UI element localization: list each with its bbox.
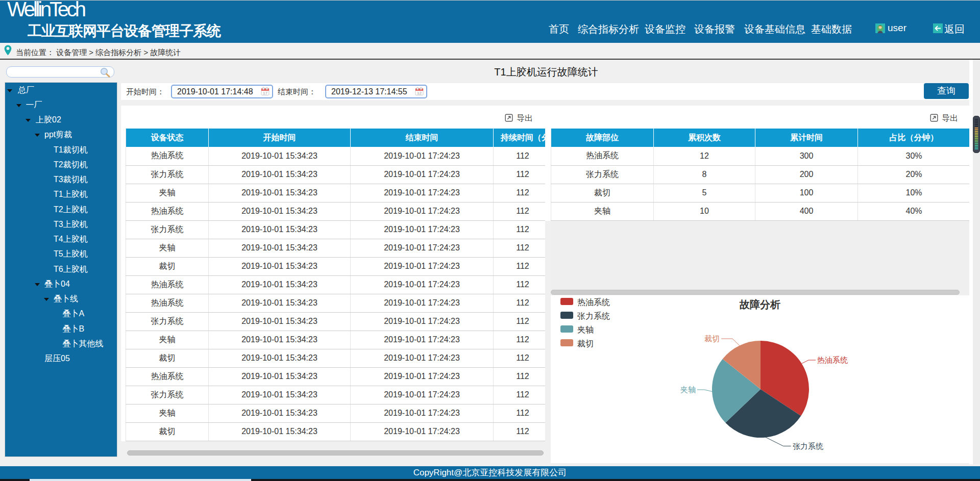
svg-text:12: 12 <box>417 91 422 95</box>
svg-text:张力系统: 张力系统 <box>793 442 823 450</box>
svg-text:17: 17 <box>263 91 267 95</box>
svg-text:热油系统: 热油系统 <box>817 356 848 364</box>
svg-text:夹轴: 夹轴 <box>680 385 696 394</box>
svg-text:裁切: 裁切 <box>704 334 720 343</box>
